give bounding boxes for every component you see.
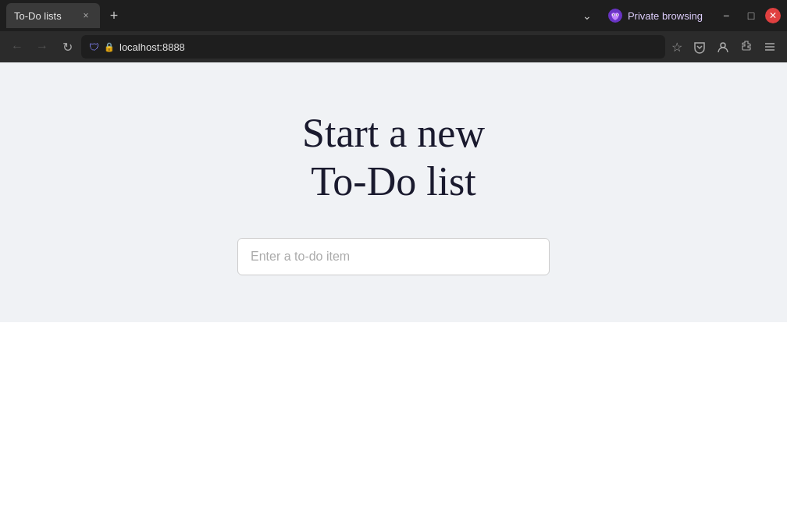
back-button[interactable]: ←: [6, 36, 28, 58]
address-bar[interactable]: 🛡 🔒 localhost:8888: [81, 35, 665, 59]
toolbar-buttons: [689, 36, 781, 58]
tab-title: To-Do lists: [14, 10, 73, 22]
browser-chrome: To-Do lists × + ⌄ Private browsing − □ ✕…: [0, 0, 787, 62]
window-controls: − □ ✕: [715, 5, 781, 27]
new-tab-button[interactable]: +: [103, 5, 125, 27]
minimize-button[interactable]: −: [715, 5, 737, 27]
address-text: localhost:8888: [119, 41, 657, 53]
account-button[interactable]: [712, 36, 734, 58]
maximize-button[interactable]: □: [740, 5, 762, 27]
private-browsing-label: Private browsing: [628, 10, 703, 22]
lock-icon: 🔒: [104, 42, 115, 52]
svg-point-5: [721, 43, 725, 48]
pocket-button[interactable]: [689, 36, 710, 58]
shield-icon: 🛡: [89, 41, 99, 53]
private-browsing-area: Private browsing: [607, 8, 703, 23]
reload-button[interactable]: ↻: [56, 36, 78, 58]
tab-dropdown-button[interactable]: ⌄: [576, 6, 598, 25]
page-heading: Start a new To-Do list: [302, 109, 485, 207]
tab-bar: To-Do lists × + ⌄ Private browsing − □ ✕: [0, 0, 787, 31]
content-card: Start a new To-Do list: [0, 62, 787, 322]
svg-point-3: [613, 14, 614, 15]
extensions-button[interactable]: [735, 36, 757, 58]
svg-point-4: [617, 14, 618, 15]
todo-input[interactable]: [237, 238, 550, 275]
active-tab[interactable]: To-Do lists ×: [6, 3, 100, 28]
bookmark-button[interactable]: ☆: [668, 40, 686, 55]
navbar: ← → ↻ 🛡 🔒 localhost:8888 ☆: [0, 31, 787, 62]
tab-close-button[interactable]: ×: [80, 9, 92, 22]
page-wrapper: Start a new To-Do list: [0, 62, 787, 532]
menu-button[interactable]: [759, 36, 781, 58]
close-window-button[interactable]: ✕: [765, 8, 781, 23]
private-browsing-icon: [607, 8, 623, 23]
forward-button[interactable]: →: [31, 36, 53, 58]
page-lower: [0, 322, 787, 532]
